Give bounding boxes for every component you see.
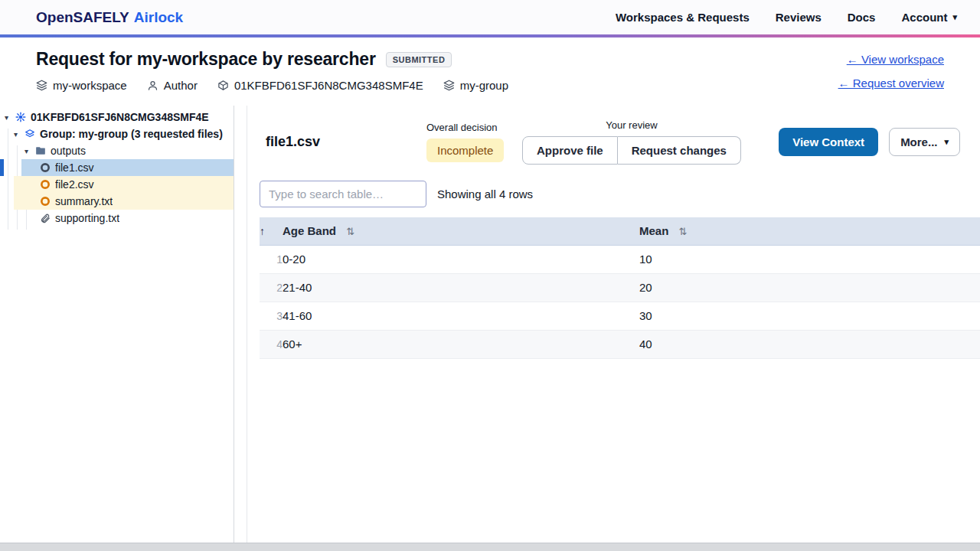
chevron-down-icon[interactable]: ▾ bbox=[14, 130, 24, 139]
column-header-label: Age Band bbox=[283, 224, 336, 237]
file-tree: ▾ 01KFBFD61SFJ6N8CMG348SMF4E ▾ Group: my… bbox=[0, 109, 234, 227]
author-icon bbox=[147, 80, 158, 91]
nav-link-workspaces-requests[interactable]: Workspaces & Requests bbox=[616, 11, 750, 24]
content-area: ▾ 01KFBFD61SFJ6N8CMG348SMF4E ▾ Group: my… bbox=[0, 106, 980, 543]
chevron-down-icon[interactable]: ▾ bbox=[24, 147, 35, 155]
tree-item-label: 01KFBFD61SFJ6N8CMG348SMF4E bbox=[31, 111, 209, 123]
column-header-age-band[interactable]: Age Band ⇅ bbox=[283, 217, 639, 245]
meta-request-id: 01KFBFD61SFJ6N8CMG348SMF4E bbox=[217, 79, 423, 92]
age-band-cell: 0-20 bbox=[283, 245, 639, 273]
tree-item-group[interactable]: ▾ Group: my-group (3 requested files) bbox=[0, 126, 234, 142]
row-number-cell: 3 bbox=[260, 302, 283, 330]
mean-cell: 40 bbox=[639, 330, 980, 358]
status-badge: SUBMITTED bbox=[386, 52, 452, 67]
tree-item-label: file2.csv bbox=[55, 178, 94, 191]
table-row: 1 0-20 10 bbox=[260, 245, 980, 273]
tree-item-label: outputs bbox=[51, 145, 86, 157]
nav-links: Workspaces & Requests Reviews Docs Accou… bbox=[616, 11, 957, 24]
request-header: Request for my-workspace by researcher S… bbox=[0, 37, 980, 106]
brand-secondary: Airlock bbox=[134, 9, 183, 25]
meta-group: my-group bbox=[443, 79, 508, 92]
view-workspace-link[interactable]: ← View workspace bbox=[847, 53, 944, 66]
mean-cell: 20 bbox=[639, 273, 980, 302]
tree-item-request-root[interactable]: ▾ 01KFBFD61SFJ6N8CMG348SMF4E bbox=[0, 109, 234, 126]
file-title: file1.csv bbox=[266, 134, 426, 150]
row-number-header[interactable]: ↑ bbox=[260, 217, 283, 245]
meta-workspace: my-workspace bbox=[36, 79, 127, 92]
approve-file-button[interactable]: Approve file bbox=[522, 136, 618, 165]
row-number-cell: 2 bbox=[260, 273, 283, 302]
tree-item-label: Group: my-group (3 requested files) bbox=[40, 128, 223, 140]
meta-author-label: Author bbox=[164, 79, 198, 92]
your-review-label: Your review bbox=[606, 119, 657, 131]
page-title: Request for my-workspace by researcher bbox=[36, 49, 376, 70]
table-toolbar: Showing all 4 rows bbox=[247, 178, 980, 217]
request-overview-link[interactable]: ← Request overview bbox=[838, 77, 944, 90]
file-review-header: file1.csv Overall decision Incomplete Yo… bbox=[247, 106, 980, 178]
brand-primary: OpenSAFELY bbox=[36, 9, 129, 25]
overall-decision-label: Overall decision bbox=[426, 122, 522, 133]
more-actions-label: More... bbox=[900, 135, 937, 148]
tree-item-label: supporting.txt bbox=[55, 212, 119, 224]
table-row: 2 21-40 20 bbox=[260, 273, 980, 302]
sort-ascending-icon[interactable]: ↑ bbox=[260, 225, 265, 237]
view-context-button[interactable]: View Context bbox=[779, 128, 878, 156]
file-csv-icon bbox=[40, 179, 51, 190]
row-number-cell: 1 bbox=[260, 245, 283, 273]
request-meta: my-workspace Author 01KFBFD61SFJ6N8CMG34… bbox=[36, 79, 508, 92]
chevron-down-icon: ▾ bbox=[952, 13, 957, 21]
meta-workspace-label: my-workspace bbox=[53, 79, 127, 92]
table-search-input[interactable] bbox=[260, 181, 426, 207]
review-button-group: Approve file Request changes bbox=[522, 136, 741, 165]
sort-toggle-icon[interactable]: ⇅ bbox=[346, 226, 354, 237]
sort-toggle-icon[interactable]: ⇅ bbox=[679, 226, 688, 237]
meta-group-label: my-group bbox=[460, 79, 508, 92]
file-csv-icon bbox=[40, 162, 51, 173]
workspace-icon bbox=[36, 80, 47, 91]
meta-author: Author bbox=[147, 79, 198, 92]
paperclip-icon bbox=[40, 213, 51, 223]
request-header-links: ← View workspace ← Request overview bbox=[838, 53, 944, 106]
tree-item-label: summary.txt bbox=[55, 195, 113, 207]
tree-item-summary[interactable]: summary.txt bbox=[0, 193, 234, 210]
request-icon bbox=[15, 112, 26, 122]
nav-link-reviews[interactable]: Reviews bbox=[776, 11, 822, 24]
chevron-down-icon: ▾ bbox=[944, 138, 949, 146]
file-review-panel: file1.csv Overall decision Incomplete Yo… bbox=[247, 106, 980, 543]
group-icon bbox=[443, 80, 455, 91]
tree-item-file1[interactable]: file1.csv bbox=[0, 159, 234, 176]
account-label: Account bbox=[901, 11, 947, 24]
request-id-icon bbox=[217, 80, 229, 91]
tree-item-label: file1.csv bbox=[55, 161, 94, 174]
rows-summary: Showing all 4 rows bbox=[437, 187, 533, 201]
nav-link-docs[interactable]: Docs bbox=[848, 11, 876, 24]
app-logo[interactable]: OpenSAFELYAirlock bbox=[36, 9, 183, 26]
age-band-cell: 60+ bbox=[283, 330, 639, 358]
overall-decision: Overall decision Incomplete bbox=[426, 122, 522, 162]
your-review: Your review Approve file Request changes bbox=[522, 119, 741, 165]
decision-badge: Incomplete bbox=[426, 139, 504, 162]
request-header-left: Request for my-workspace by researcher S… bbox=[36, 37, 508, 106]
table-row: 3 41-60 30 bbox=[260, 302, 980, 330]
tree-item-file2[interactable]: file2.csv bbox=[0, 176, 234, 193]
account-menu[interactable]: Account ▾ bbox=[901, 11, 957, 24]
column-header-mean[interactable]: Mean ⇅ bbox=[639, 217, 980, 245]
request-changes-button[interactable]: Request changes bbox=[618, 136, 741, 165]
group-icon bbox=[24, 129, 35, 139]
tree-item-supporting[interactable]: supporting.txt bbox=[0, 210, 234, 227]
mean-cell: 30 bbox=[639, 302, 980, 330]
meta-request-id-label: 01KFBFD61SFJ6N8CMG348SMF4E bbox=[234, 79, 423, 92]
table-row: 4 60+ 40 bbox=[260, 330, 980, 358]
chevron-down-icon[interactable]: ▾ bbox=[5, 113, 15, 122]
age-band-cell: 21-40 bbox=[283, 273, 639, 302]
table-header-row: ↑ Age Band ⇅ Mean ⇅ bbox=[260, 217, 980, 245]
file-tree-sidebar: ▾ 01KFBFD61SFJ6N8CMG348SMF4E ▾ Group: my… bbox=[0, 106, 234, 543]
tree-item-outputs-folder[interactable]: ▾ outputs bbox=[0, 142, 234, 159]
folder-icon bbox=[35, 145, 46, 156]
file-txt-icon bbox=[40, 196, 51, 207]
row-number-cell: 4 bbox=[260, 330, 283, 358]
more-actions-button[interactable]: More... ▾ bbox=[889, 128, 960, 156]
column-header-label: Mean bbox=[639, 224, 668, 237]
mean-cell: 10 bbox=[639, 245, 980, 273]
file-data-table: ↑ Age Band ⇅ Mean ⇅ 1 0-20 10 bbox=[260, 217, 980, 359]
